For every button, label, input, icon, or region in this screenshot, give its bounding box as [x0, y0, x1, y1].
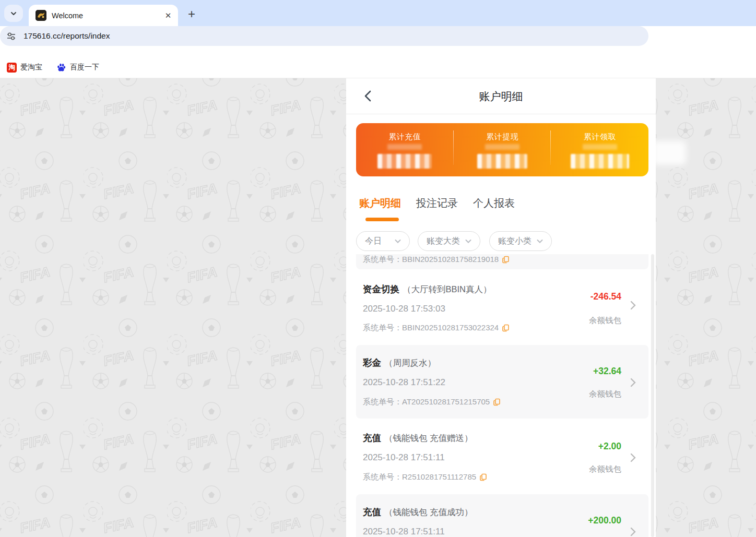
summary-label: 累计提现: [454, 132, 551, 142]
record-row-deposit-success[interactable]: 充值（钱能钱包 充值成功） +200.00 2025-10-28 17:51:1…: [356, 494, 648, 537]
url-text: 175616.cc/reports/index: [23, 31, 110, 41]
record-amount: -246.54: [590, 291, 621, 302]
chevron-down-icon: [464, 237, 473, 245]
record-note: （钱能钱包 充值成功）: [384, 507, 473, 517]
copy-icon[interactable]: [502, 324, 510, 332]
record-note: （钱能钱包 充值赠送）: [384, 433, 473, 443]
blurred-value: [571, 154, 629, 169]
tab-close-icon[interactable]: ✕: [163, 11, 173, 20]
record-wallet: 余额钱包: [589, 464, 621, 475]
browser-tab-strip: Welcome ✕ +: [0, 0, 756, 26]
record-row-deposit-bonus[interactable]: 充值（钱能钱包 充值赠送） +2.00 2025-10-28 17:51:11 …: [356, 420, 648, 493]
record-amount: +200.00: [588, 515, 621, 526]
filter-bar: 今日 账变大类 账变小类: [346, 222, 656, 254]
tab-personal-report[interactable]: 个人报表: [473, 196, 515, 210]
url-bar[interactable]: 175616.cc/reports/index: [0, 26, 648, 46]
chevron-right-icon: [628, 377, 638, 388]
record-row-bonus[interactable]: 彩金（周周反水） +32.64 2025-10-28 17:51:22 余额钱包…: [356, 345, 648, 419]
record-type: 充值: [363, 507, 381, 517]
bookmarks-bar: 淘 爱淘宝 百度一下: [0, 56, 756, 78]
browser-tab[interactable]: Welcome ✕: [29, 5, 178, 26]
record-type: 彩金: [363, 357, 381, 368]
record-datetime: 2025-10-28 17:51:11: [363, 452, 445, 463]
blurred-smudge: [653, 141, 686, 165]
record-amount: +2.00: [598, 441, 621, 452]
serial-row: 系统单号：R2510281751112785: [363, 472, 488, 482]
summary-label: 累计充值: [356, 132, 454, 142]
chevron-down-icon: [394, 237, 402, 245]
site-settings-icon[interactable]: [6, 31, 16, 41]
bookmark-baidu[interactable]: 百度一下: [56, 61, 99, 74]
record-datetime: 2025-10-28 17:53:03: [363, 304, 445, 314]
tab-account-detail[interactable]: 账户明细: [359, 196, 401, 210]
blurred-value: [387, 144, 422, 150]
active-tab-underline: [365, 218, 399, 221]
chevron-down-icon: [536, 237, 544, 245]
copy-icon[interactable]: [502, 256, 510, 264]
copy-icon[interactable]: [493, 398, 501, 406]
record-datetime: 2025-10-28 17:51:11: [363, 527, 445, 537]
serial-row: 系统单号：BBIN202510281758219018: [363, 255, 510, 265]
blurred-value: [377, 154, 432, 169]
filter-date-select[interactable]: 今日: [356, 231, 410, 251]
taobao-icon: 淘: [7, 63, 17, 73]
baidu-paw-icon: [56, 63, 66, 73]
panel-header: 账户明细: [346, 78, 656, 114]
filter-minor-type-select[interactable]: 账变小类: [489, 231, 552, 251]
tab-bet-records[interactable]: 投注记录: [416, 196, 458, 210]
record-wallet: 余额钱包: [589, 389, 621, 400]
record-amount: +32.64: [593, 366, 621, 377]
new-tab-button[interactable]: +: [184, 6, 199, 22]
chevron-right-icon: [628, 300, 638, 311]
summary-col-withdraw: 累计提现: [454, 123, 551, 176]
report-tabs: 账户明细 投注记录 个人报表: [359, 196, 515, 210]
record-note: （大厅转到BBIN真人）: [403, 284, 492, 294]
chevron-right-icon: [628, 452, 638, 463]
record-type: 资金切换: [363, 284, 399, 294]
blurred-value: [583, 144, 617, 150]
chevron-down-icon: [10, 10, 17, 17]
site-favicon-icon: [36, 10, 46, 21]
tab-search-button[interactable]: [4, 5, 23, 22]
record-type: 充值: [363, 433, 381, 443]
record-datetime: 2025-10-28 17:51:22: [363, 377, 445, 388]
bookmark-label: 百度一下: [70, 63, 99, 72]
bookmark-aitaobao[interactable]: 淘 爱淘宝: [7, 61, 42, 74]
panel-scrollbar[interactable]: [651, 254, 654, 537]
page-title: 账户明细: [346, 89, 656, 104]
chevron-right-icon: [628, 527, 638, 537]
browser-toolbar: 175616.cc/reports/index: [0, 26, 756, 56]
summary-label: 累计领取: [551, 132, 648, 142]
serial-row: 系统单号：BBIN202510281753022324: [363, 323, 510, 333]
bookmark-label: 爱淘宝: [20, 63, 42, 72]
summary-col-claim: 累计领取: [551, 123, 648, 176]
blurred-value: [485, 144, 519, 150]
record-note: （周周反水）: [384, 358, 436, 367]
blurred-value: [477, 154, 527, 169]
serial-row: 系统单号：AT202510281751215705: [363, 397, 501, 407]
copy-icon[interactable]: [480, 473, 488, 481]
summary-col-deposit: 累计充值: [356, 123, 454, 176]
filter-major-type-select[interactable]: 账变大类: [418, 231, 480, 251]
record-row-transfer[interactable]: 资金切换（大厅转到BBIN真人） -246.54 2025-10-28 17:5…: [356, 277, 648, 345]
record-wallet: 余额钱包: [589, 315, 621, 326]
tab-title: Welcome: [52, 11, 163, 20]
summary-card: 累计充值 累计提现 累计领取: [356, 123, 648, 176]
account-detail-panel: 账户明细 累计充值 累计提现 累计领取 账户明细 投注记录 个人报表 系统单号：…: [346, 78, 656, 537]
